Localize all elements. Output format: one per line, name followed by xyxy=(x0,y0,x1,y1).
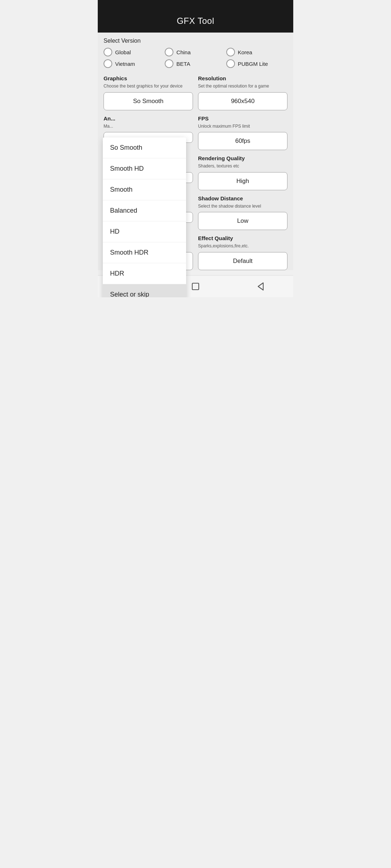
version-option-beta[interactable]: BETA xyxy=(165,59,226,68)
fps-title: FPS xyxy=(198,115,287,122)
rendering-quality-desc: Shaders, textures etc xyxy=(198,163,287,169)
anti-aliasing-desc: Ma... xyxy=(104,124,193,129)
resolution-col: Resolution Set the optimal resolution fo… xyxy=(198,75,287,110)
version-option-vietnam[interactable]: Vietnam xyxy=(104,59,165,68)
svg-marker-4 xyxy=(258,283,263,290)
radio-korea[interactable] xyxy=(226,48,235,56)
shadow-distance-title: Shadow Distance xyxy=(198,195,287,201)
rendering-quality-title: Rendering Quality xyxy=(198,155,287,161)
shadow-distance-selector[interactable]: Low xyxy=(198,212,287,230)
fps-desc: Unlock maximum FPS limit xyxy=(198,124,287,129)
version-label: Select Version xyxy=(104,38,287,44)
rendering-quality-selector[interactable]: High xyxy=(198,172,287,190)
graphics-selector[interactable]: So Smooth xyxy=(104,92,193,110)
effect-quality-col: Effect Quality Sparks,explosions,fire,et… xyxy=(198,235,287,270)
dropdown-item-hdr[interactable]: HDR xyxy=(103,263,186,284)
effect-quality-selector[interactable]: Default xyxy=(198,252,287,270)
version-grid: Global China Korea Vietnam BETA PUBGM Li… xyxy=(104,48,287,68)
fps-col: FPS Unlock maximum FPS limit 60fps xyxy=(198,115,287,150)
rendering-quality-col: Rendering Quality Shaders, textures etc … xyxy=(198,155,287,190)
dropdown-item-smooth-hdr[interactable]: Smooth HDR xyxy=(103,242,186,263)
radio-pubgm-lite[interactable] xyxy=(226,59,235,68)
version-option-korea[interactable]: Korea xyxy=(226,48,287,56)
fps-selector[interactable]: 60fps xyxy=(198,132,287,150)
graphics-dropdown: So Smooth Smooth HD Smooth Balanced HD S… xyxy=(103,137,186,297)
version-option-pubgm-lite[interactable]: PUBGM Lite xyxy=(226,59,287,68)
settings-row-1: Graphics Choose the best graphics for yo… xyxy=(104,75,287,110)
shadow-distance-desc: Select the shadow distance level xyxy=(198,204,287,209)
radio-global[interactable] xyxy=(104,48,112,56)
effect-quality-desc: Sparks,explosions,fire,etc. xyxy=(198,243,287,249)
version-option-global[interactable]: Global xyxy=(104,48,165,56)
radio-beta[interactable] xyxy=(165,59,173,68)
dropdown-item-smooth[interactable]: Smooth xyxy=(103,179,186,200)
dropdown-item-hd[interactable]: HD xyxy=(103,221,186,242)
graphics-col: Graphics Choose the best graphics for yo… xyxy=(104,75,193,110)
radio-china[interactable] xyxy=(165,48,173,56)
shadow-distance-col: Shadow Distance Select the shadow distan… xyxy=(198,195,287,230)
status-bar xyxy=(98,0,293,10)
home-icon[interactable] xyxy=(190,281,201,292)
effect-quality-title: Effect Quality xyxy=(198,235,287,241)
resolution-selector[interactable]: 960x540 xyxy=(198,92,287,110)
svg-rect-3 xyxy=(192,283,199,290)
toolbar: GFX Tool xyxy=(98,10,293,33)
dropdown-item-smooth-hd[interactable]: Smooth HD xyxy=(103,158,186,179)
graphics-title: Graphics xyxy=(104,75,193,81)
dropdown-item-so-smooth[interactable]: So Smooth xyxy=(103,137,186,158)
resolution-title: Resolution xyxy=(198,75,287,81)
resolution-desc: Set the optimal resolution for a game xyxy=(198,84,287,89)
version-section: Select Version Global China Korea Vietna… xyxy=(104,38,287,68)
radio-vietnam[interactable] xyxy=(104,59,112,68)
dropdown-item-select-or-skip[interactable]: Select or skip xyxy=(103,284,186,297)
graphics-desc: Choose the best graphics for your device xyxy=(104,84,193,89)
app-title: GFX Tool xyxy=(177,16,214,26)
back-icon[interactable] xyxy=(255,281,266,292)
dropdown-item-balanced[interactable]: Balanced xyxy=(103,200,186,221)
version-option-china[interactable]: China xyxy=(165,48,226,56)
anti-aliasing-title: An... xyxy=(104,115,193,122)
